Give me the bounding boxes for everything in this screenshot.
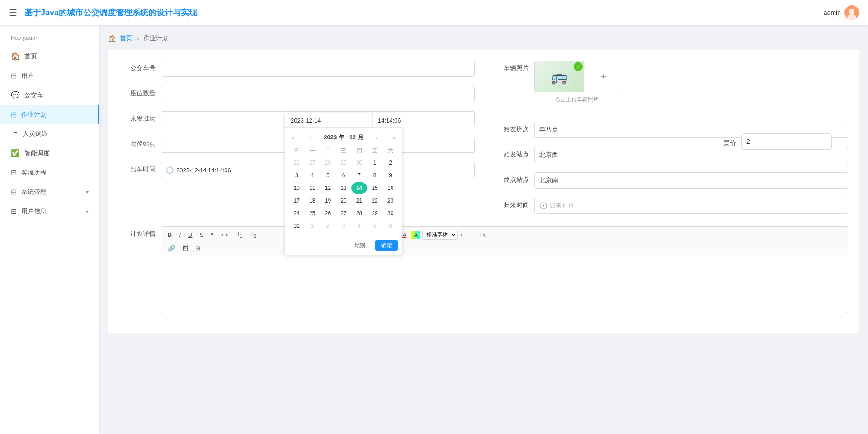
next-year-button[interactable]: » xyxy=(390,133,398,142)
price-input[interactable] xyxy=(741,133,832,150)
calendar-day[interactable]: 28 xyxy=(320,156,336,169)
table-button[interactable]: ⊞ xyxy=(193,244,203,253)
link-button[interactable]: 🔗 xyxy=(165,244,178,253)
calendar-day[interactable]: 15 xyxy=(367,182,383,194)
end-station-input[interactable] xyxy=(534,172,848,189)
calendar-day[interactable]: 30 xyxy=(382,207,398,220)
prev-month-button[interactable]: ‹ xyxy=(307,133,314,142)
clear-format-button[interactable]: Tx xyxy=(476,231,488,239)
datepicker-date-input[interactable] xyxy=(285,113,373,127)
seat-count-label: 座位数量 xyxy=(119,86,156,98)
calendar-day[interactable]: 31 xyxy=(289,220,305,232)
highlight-button[interactable]: A xyxy=(411,231,420,239)
calendar-day[interactable]: 3 xyxy=(336,220,352,232)
calendar-day[interactable]: 11 xyxy=(305,182,321,194)
calendar-day[interactable]: 23 xyxy=(382,194,398,207)
calendar-day[interactable]: 25 xyxy=(305,207,321,220)
calendar-day[interactable]: 16 xyxy=(382,182,398,194)
cal-year: 2023 xyxy=(324,134,337,141)
calendar-day[interactable]: 17 xyxy=(289,194,305,207)
calendar-day[interactable]: 26 xyxy=(289,156,305,169)
code-button[interactable]: <> xyxy=(218,231,231,239)
calendar-day[interactable]: 28 xyxy=(351,207,367,220)
font-name-select[interactable]: 标准字体 xyxy=(422,230,458,240)
calendar-day[interactable]: 21 xyxy=(351,194,367,207)
calendar-day[interactable]: 1 xyxy=(305,220,321,232)
add-image-button[interactable]: + xyxy=(588,61,619,92)
calendar-day[interactable]: 19 xyxy=(320,194,336,207)
menu-toggle-icon[interactable]: ☰ xyxy=(9,7,17,18)
breadcrumb-home-link[interactable]: 首页 xyxy=(120,34,132,42)
calendar-day[interactable]: 30 xyxy=(351,156,367,169)
sidebar-item-staff[interactable]: 🗂 人员调派 xyxy=(0,124,99,143)
calendar-day[interactable]: 20 xyxy=(336,194,352,207)
editor-content[interactable] xyxy=(161,255,848,313)
calendar-day[interactable]: 4 xyxy=(351,220,367,232)
calendar-day[interactable]: 24 xyxy=(289,207,305,220)
calendar-day[interactable]: 6 xyxy=(336,169,352,182)
image-button[interactable]: 🖼 xyxy=(179,244,191,253)
ul-button[interactable]: ≡ xyxy=(272,231,281,239)
calendar-day[interactable]: 3 xyxy=(289,169,305,182)
user-menu[interactable]: admin xyxy=(824,5,859,20)
calendar-day[interactable]: 29 xyxy=(367,207,383,220)
underline-button[interactable]: U xyxy=(185,231,195,239)
sidebar-item-schedule[interactable]: ⊞ 作业计划 xyxy=(0,105,99,124)
bus-number-input[interactable] xyxy=(161,61,475,77)
calendar-day[interactable]: 27 xyxy=(305,156,321,169)
calendar-day[interactable]: 2 xyxy=(382,156,398,169)
prev-year-button[interactable]: « xyxy=(289,133,297,142)
ol-button[interactable]: ≡ xyxy=(261,231,270,239)
cal-month: 12 xyxy=(349,134,356,141)
bus-number-row: 公交车号 xyxy=(119,61,475,77)
next-month-button[interactable]: › xyxy=(373,133,380,142)
route-stops-label: 途径站点 xyxy=(119,137,156,148)
calendar-day[interactable]: 13 xyxy=(336,182,352,194)
calendar-day[interactable]: 7 xyxy=(351,169,367,182)
main-content: 🏠 首页 » 作业计划 公交车号 座位数量 xyxy=(99,25,868,434)
calendar-day[interactable]: 5 xyxy=(367,220,383,232)
datepicker-time-input[interactable] xyxy=(373,113,459,127)
price-row-abs: 票价 xyxy=(723,133,832,150)
seat-count-input[interactable] xyxy=(161,86,475,102)
calendar-day[interactable]: 1 xyxy=(367,156,383,169)
italic-button[interactable]: I xyxy=(176,231,184,239)
calendar-day[interactable]: 27 xyxy=(336,207,352,220)
calendar-day[interactable]: 29 xyxy=(336,156,352,169)
bus-emoji: 🚌 xyxy=(551,69,568,85)
weekday-mon: 一 xyxy=(305,145,321,156)
sidebar-item-bus[interactable]: 💬 公交车 xyxy=(0,85,99,105)
flow-icon: ⊞ xyxy=(11,168,17,177)
sidebar-item-userinfo[interactable]: ⊟ 用户信息 ▾ xyxy=(0,202,99,221)
calendar-day[interactable]: 22 xyxy=(367,194,383,207)
sidebar-item-system[interactable]: ⊞ 系统管理 ▾ xyxy=(0,182,99,202)
h2-button[interactable]: H2 xyxy=(247,230,259,240)
cal-cancel-button[interactable]: 此刻 xyxy=(348,240,371,251)
align-left-button[interactable]: ≡ xyxy=(466,231,475,239)
cal-confirm-button[interactable]: 确定 xyxy=(375,240,398,251)
calendar-day[interactable]: 14 xyxy=(351,182,367,194)
calendar-day[interactable]: 4 xyxy=(305,169,321,182)
h1-button[interactable]: H1 xyxy=(232,230,245,240)
blockquote-button[interactable]: ❝ xyxy=(208,231,217,239)
username-label: admin xyxy=(824,9,841,16)
calendar-day[interactable]: 5 xyxy=(320,169,336,182)
calendar-day[interactable]: 18 xyxy=(305,194,321,207)
calendar-day[interactable]: 2 xyxy=(320,220,336,232)
calendar-day[interactable]: 26 xyxy=(320,207,336,220)
calendar-day[interactable]: 6 xyxy=(382,220,398,232)
datepicker-inputs xyxy=(285,113,402,128)
sidebar-item-user[interactable]: ⊞ 用户 xyxy=(0,66,99,85)
calendar-day[interactable]: 12 xyxy=(320,182,336,194)
bold-button[interactable]: B xyxy=(165,231,175,239)
calendar-day[interactable]: 9 xyxy=(382,169,398,182)
first-trip-label: 始发班次 xyxy=(493,122,529,133)
calendar-day[interactable]: 10 xyxy=(289,182,305,194)
bus-icon: 💬 xyxy=(11,91,20,99)
strikethrough-button[interactable]: S xyxy=(197,231,206,239)
return-time-wrapper[interactable]: 🕐 归来时间 xyxy=(534,198,848,214)
calendar-day[interactable]: 8 xyxy=(367,169,383,182)
sidebar-item-smart[interactable]: ✅ 智能调度 xyxy=(0,143,99,163)
sidebar-item-home[interactable]: 🏠 首页 xyxy=(0,47,99,66)
sidebar-item-flow[interactable]: ⊞ 客流历程 xyxy=(0,163,99,182)
